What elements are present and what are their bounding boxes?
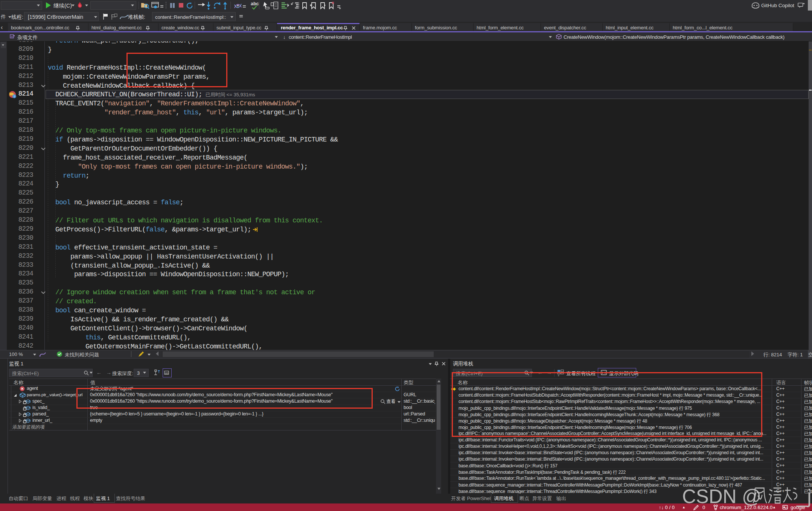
svg-text:ab: ab — [165, 371, 168, 375]
svg-text:!: ! — [14, 95, 15, 98]
